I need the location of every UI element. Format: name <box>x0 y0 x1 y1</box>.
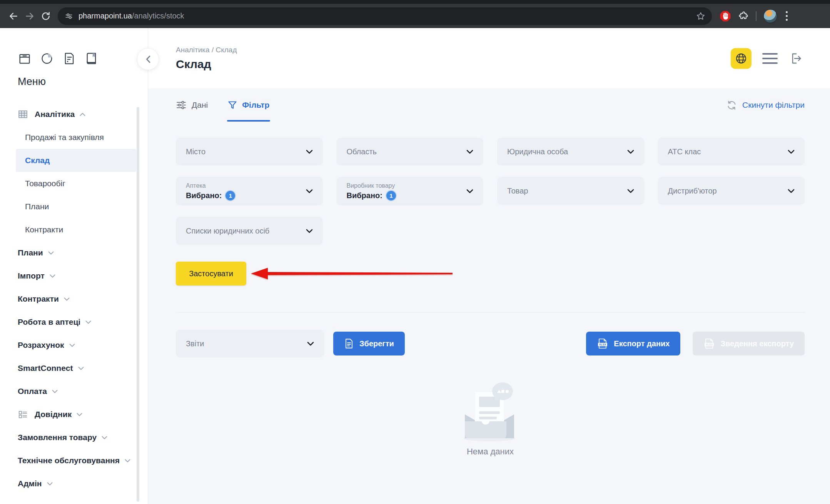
export-data-button[interactable]: XLSX Експорт даних <box>586 332 680 355</box>
chevron-down-icon <box>85 320 91 324</box>
sidebar-subitem-label: Продажі та закупівля <box>25 133 104 142</box>
sidebar-subitem-label: Контракти <box>25 225 63 234</box>
sidebar-item-label: Імпорт <box>18 271 45 280</box>
browser-back-button[interactable] <box>5 8 22 24</box>
browser-menu-button[interactable] <box>784 10 789 22</box>
filter-legal-lists-dropdown[interactable]: Списки юридичних осіб <box>176 217 323 245</box>
logout-button[interactable] <box>788 51 803 66</box>
sidebar-item-contracts[interactable]: Контракти <box>0 287 148 310</box>
chevron-down-icon <box>306 150 313 154</box>
browser-forward-button[interactable] <box>22 8 38 24</box>
filter-producer-dropdown[interactable]: Виробник товару Вибрано:1 <box>337 177 484 205</box>
archive-box-icon[interactable] <box>18 52 32 65</box>
sidebar-item-smartconnect[interactable]: SmartConnect <box>0 357 148 380</box>
reset-filters-label: Скинути фільтри <box>742 100 805 110</box>
adblock-extension-icon[interactable] <box>720 10 731 22</box>
filter-legal-entity-dropdown[interactable]: Юридична особа <box>497 138 644 165</box>
address-bar[interactable]: pharmapoint.ua/analytics/stock <box>58 7 712 25</box>
chevron-down-icon <box>627 189 634 193</box>
sidebar-item-sales-purchases[interactable]: Продажі та закупівля <box>16 126 136 149</box>
sidebar-collapse-button[interactable] <box>137 48 159 70</box>
sidebar-menu: Аналітика Продажі та закупівля Склад Тов… <box>0 103 148 495</box>
selected-prefix: Вибрано: <box>347 191 382 200</box>
sidebar-item-directory[interactable]: Довідник <box>0 403 148 426</box>
browser-tab-strip <box>0 0 830 4</box>
header-menu-button[interactable] <box>761 52 779 65</box>
dropdown-label: Аптека <box>186 182 206 189</box>
sidebar-item-turnover[interactable]: Товарообіг <box>16 172 136 195</box>
browser-reload-button[interactable] <box>38 8 54 24</box>
sidebar-subitem-label: Склад <box>25 156 50 165</box>
filter-region-dropdown[interactable]: Область <box>337 138 484 165</box>
filter-pharmacy-dropdown[interactable]: Аптека Вибрано:1 <box>176 177 323 205</box>
empty-state: Нема даних <box>176 381 805 457</box>
save-report-label: Зберегти <box>359 339 394 348</box>
reports-dropdown[interactable]: Звіти <box>176 330 324 357</box>
dropdown-label: АТС клас <box>668 147 701 156</box>
sidebar-item-label: Оплата <box>18 387 47 396</box>
sidebar-item-analytics[interactable]: Аналітика <box>0 103 148 126</box>
summary-export-button[interactable]: XLSX Зведення експорту <box>693 332 805 355</box>
sidebar-item-pharmacy-work[interactable]: Робота в аптеці <box>0 310 148 334</box>
sidebar-subitem-label: Плани <box>25 202 49 211</box>
site-info-icon[interactable] <box>64 11 74 21</box>
filter-distributor-dropdown[interactable]: Дистриб'ютор <box>658 177 805 205</box>
breadcrumb: Аналітика / Склад <box>176 46 237 54</box>
sidebar-scrollbar[interactable] <box>137 107 139 502</box>
svg-text:XLSX: XLSX <box>706 343 713 346</box>
sidebar-item-label: Замовлення товару <box>18 433 97 442</box>
filter-city-dropdown[interactable]: Місто <box>176 138 323 165</box>
sidebar-item-maintenance[interactable]: Технічне обслуговування <box>0 449 148 472</box>
filter-funnel-icon <box>228 100 237 110</box>
sidebar-item-admin[interactable]: Адмін <box>0 472 148 495</box>
sidebar-item-label: Плани <box>18 248 43 257</box>
page-header: Аналітика / Склад Склад <box>148 28 830 88</box>
sidebar-item-plans[interactable]: Плани <box>0 241 148 264</box>
chevron-down-icon <box>788 150 795 154</box>
filter-product-dropdown[interactable]: Товар <box>497 177 644 205</box>
selected-prefix: Вибрано: <box>186 191 222 200</box>
sidebar-item-label: Робота в аптеці <box>18 317 80 327</box>
sidebar-item-contracts-child[interactable]: Контракти <box>16 218 136 241</box>
filter-atc-class-dropdown[interactable]: АТС клас <box>658 138 805 165</box>
svg-text:XLSX: XLSX <box>599 343 606 346</box>
chevron-down-icon <box>307 342 314 346</box>
reset-filters-button[interactable]: Скинути фільтри <box>726 88 805 122</box>
dropdown-label: Списки юридичних осіб <box>186 227 269 235</box>
sidebar-item-calculation[interactable]: Розрахунок <box>0 334 148 357</box>
sidebar-item-label: Аналітика <box>35 110 75 119</box>
save-report-button[interactable]: Зберегти <box>333 332 405 355</box>
document-save-icon <box>344 338 354 349</box>
chevron-down-icon <box>48 251 54 255</box>
browser-chrome: pharmapoint.ua/analytics/stock <box>0 0 830 28</box>
url-path: /analytics/stock <box>132 12 184 20</box>
apply-button[interactable]: Застосувати <box>176 262 246 285</box>
dropdown-label: Область <box>347 147 377 156</box>
tab-data[interactable]: Дані <box>176 88 208 122</box>
url-text: pharmapoint.ua/analytics/stock <box>78 12 184 20</box>
sidebar-item-label: Адмін <box>18 479 42 488</box>
browser-profile-avatar[interactable] <box>763 9 777 23</box>
selected-count-badge: 1 <box>386 191 396 200</box>
chevron-down-icon <box>77 413 82 416</box>
sidebar-item-plans-child[interactable]: Плани <box>16 195 136 218</box>
sidebar-menu-title: Меню <box>18 75 148 88</box>
pie-chart-icon[interactable] <box>40 52 54 65</box>
document-icon[interactable] <box>62 52 76 65</box>
bookmark-star-icon[interactable] <box>696 11 706 21</box>
chevron-down-icon <box>306 229 313 233</box>
sidebar-item-stock[interactable]: Склад <box>16 149 136 172</box>
tab-filter[interactable]: Фільтр <box>228 88 269 122</box>
export-data-label: Експорт даних <box>614 339 670 348</box>
refresh-icon <box>726 100 737 110</box>
sidebar-item-import[interactable]: Імпорт <box>0 264 148 287</box>
chevron-down-icon <box>102 436 107 439</box>
sidebar-item-payment[interactable]: Оплата <box>0 380 148 403</box>
selected-count-badge: 1 <box>225 191 235 200</box>
sidebar-item-product-orders[interactable]: Замовлення товару <box>0 426 148 449</box>
extensions-puzzle-icon[interactable] <box>738 11 749 22</box>
language-globe-button[interactable] <box>731 48 752 69</box>
no-data-inbox-icon <box>456 381 525 442</box>
book-icon[interactable] <box>85 52 99 65</box>
sidebar-item-label: Розрахунок <box>18 340 64 350</box>
